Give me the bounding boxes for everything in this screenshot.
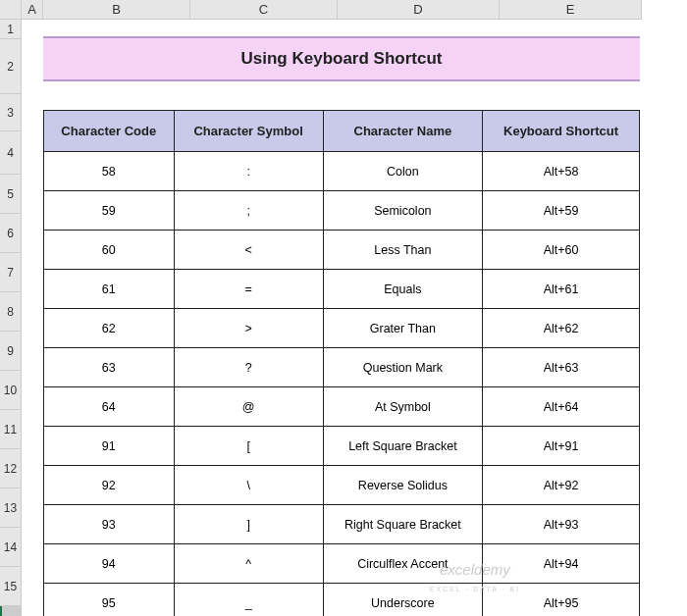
cell-shortcut[interactable]: Alt+93: [483, 505, 640, 544]
table-row: 93]Right Square BracketAlt+93: [44, 505, 640, 544]
cell-shortcut[interactable]: Alt+95: [483, 584, 640, 617]
table-row: 61=EqualsAlt+61: [44, 270, 640, 309]
col-header-D[interactable]: D: [338, 0, 500, 20]
cell-symbol[interactable]: ?: [174, 348, 323, 387]
row-header-5[interactable]: 5: [0, 175, 22, 214]
table-header-row: Character Code Character Symbol Characte…: [44, 111, 640, 152]
cell-symbol[interactable]: ^: [174, 544, 323, 584]
cell-shortcut[interactable]: Alt+92: [483, 466, 640, 505]
table-row: 94^Circulflex AccentAlt+94: [44, 544, 640, 584]
row-header-15[interactable]: 15: [0, 567, 22, 606]
cell-shortcut[interactable]: Alt+60: [483, 231, 640, 270]
cell-symbol[interactable]: <: [174, 231, 323, 270]
cell-name[interactable]: At Symbol: [323, 387, 482, 427]
table-row: 92\Reverse SolidusAlt+92: [44, 466, 640, 505]
cell-name[interactable]: Less Than: [323, 231, 482, 270]
cell-code[interactable]: 95: [44, 584, 175, 617]
cell-code[interactable]: 62: [44, 309, 175, 348]
cell-shortcut[interactable]: Alt+62: [483, 309, 640, 348]
cell-name[interactable]: Semicolon: [323, 191, 482, 231]
cell-symbol[interactable]: [: [174, 427, 323, 466]
col-header-B[interactable]: B: [43, 0, 190, 20]
cell-name[interactable]: Question Mark: [323, 348, 482, 387]
row-headers: 12345678910111213141516: [0, 20, 22, 616]
cell-code[interactable]: 93: [44, 505, 175, 544]
cell-code[interactable]: 92: [44, 466, 175, 505]
header-name[interactable]: Character Name: [323, 111, 482, 152]
cell-code[interactable]: 94: [44, 544, 175, 584]
cell-name[interactable]: Left Square Bracket: [323, 427, 482, 466]
cell-shortcut[interactable]: Alt+59: [483, 191, 640, 231]
select-all-corner[interactable]: [0, 0, 22, 20]
cell-name[interactable]: Underscore: [323, 584, 482, 617]
page-title: Using Keyboard Shortcut: [43, 36, 640, 81]
table-row: 64@At SymbolAlt+64: [44, 387, 640, 427]
cell-shortcut[interactable]: Alt+61: [483, 270, 640, 309]
table-row: 62>Grater ThanAlt+62: [44, 309, 640, 348]
header-symbol[interactable]: Character Symbol: [174, 111, 323, 152]
table-row: 60<Less ThanAlt+60: [44, 231, 640, 270]
cell-name[interactable]: Circulflex Accent: [323, 544, 482, 584]
row-header-14[interactable]: 14: [0, 528, 22, 567]
cell-name[interactable]: Reverse Solidus: [323, 466, 482, 505]
row-header-9[interactable]: 9: [0, 332, 22, 371]
table-row: 63?Question MarkAlt+63: [44, 348, 640, 387]
cell-shortcut[interactable]: Alt+94: [483, 544, 640, 584]
cell-symbol[interactable]: =: [174, 270, 323, 309]
row-header-11[interactable]: 11: [0, 410, 22, 449]
cell-name[interactable]: Colon: [323, 152, 482, 191]
table-row: 58:ColonAlt+58: [44, 152, 640, 191]
cell-symbol[interactable]: :: [174, 152, 323, 191]
cell-shortcut[interactable]: Alt+64: [483, 387, 640, 427]
header-code[interactable]: Character Code: [44, 111, 175, 152]
row-header-13[interactable]: 13: [0, 488, 22, 528]
cell-symbol[interactable]: @: [174, 387, 323, 427]
cell-shortcut[interactable]: Alt+58: [483, 152, 640, 191]
row-header-1[interactable]: 1: [0, 20, 22, 39]
cell-shortcut[interactable]: Alt+91: [483, 427, 640, 466]
cell-code[interactable]: 64: [44, 387, 175, 427]
cell-shortcut[interactable]: Alt+63: [483, 348, 640, 387]
row-header-7[interactable]: 7: [0, 253, 22, 292]
cell-code[interactable]: 63: [44, 348, 175, 387]
cell-code[interactable]: 60: [44, 231, 175, 270]
cell-symbol[interactable]: ]: [174, 505, 323, 544]
cell-symbol[interactable]: >: [174, 309, 323, 348]
character-table: Character Code Character Symbol Characte…: [43, 110, 640, 616]
cell-name[interactable]: Grater Than: [323, 309, 482, 348]
col-header-A[interactable]: A: [22, 0, 43, 20]
row-header-4[interactable]: 4: [0, 131, 22, 175]
table-row: 59;SemicolonAlt+59: [44, 191, 640, 231]
row-header-16[interactable]: 16: [0, 606, 22, 616]
header-shortcut[interactable]: Keyboard Shortcut: [483, 111, 640, 152]
cell-symbol[interactable]: \: [174, 466, 323, 505]
cell-name[interactable]: Right Square Bracket: [323, 505, 482, 544]
cell-symbol[interactable]: _: [174, 584, 323, 617]
row-header-3[interactable]: 3: [0, 94, 22, 131]
cell-symbol[interactable]: ;: [174, 191, 323, 231]
cell-code[interactable]: 58: [44, 152, 175, 191]
table-row: 91[Left Square BracketAlt+91: [44, 427, 640, 466]
row-header-8[interactable]: 8: [0, 292, 22, 332]
cell-code[interactable]: 91: [44, 427, 175, 466]
spreadsheet-grid: A B C D E: [0, 0, 687, 20]
cell-code[interactable]: 61: [44, 270, 175, 309]
cell-code[interactable]: 59: [44, 191, 175, 231]
table-row: 95_UnderscoreAlt+95: [44, 584, 640, 617]
row-header-6[interactable]: 6: [0, 214, 22, 253]
cell-name[interactable]: Equals: [323, 270, 482, 309]
col-header-C[interactable]: C: [190, 0, 338, 20]
row-header-10[interactable]: 10: [0, 371, 22, 410]
row-header-12[interactable]: 12: [0, 449, 22, 488]
row-header-2[interactable]: 2: [0, 39, 22, 94]
col-header-E[interactable]: E: [500, 0, 642, 20]
